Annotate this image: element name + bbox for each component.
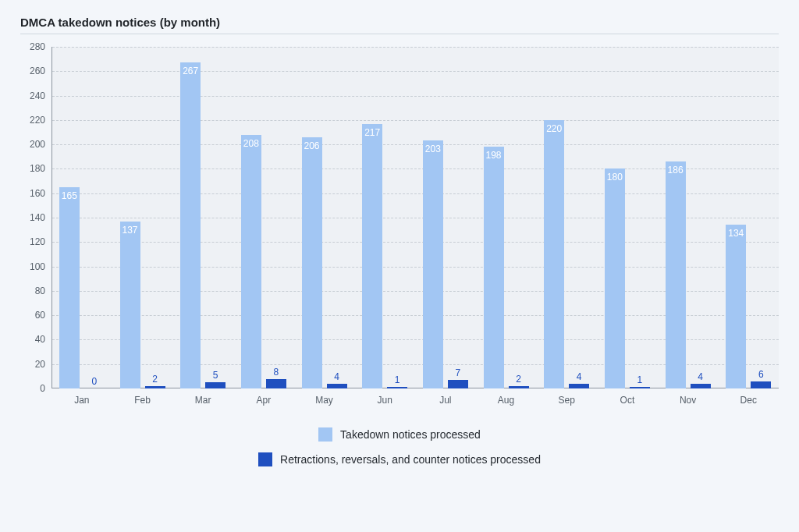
y-tick-label: 260 <box>22 66 45 76</box>
bar-group: 2204 <box>536 120 597 388</box>
bar-value-label: 267 <box>183 66 198 76</box>
legend-label: Retractions, reversals, and counter noti… <box>280 453 541 466</box>
y-tick-label: 240 <box>22 90 45 101</box>
bar-value-label: 6 <box>758 369 764 380</box>
y-tick-label: 100 <box>22 261 45 272</box>
bar-takedown: 198 <box>484 147 504 388</box>
bar-value-label: 137 <box>122 225 137 236</box>
bar-group: 1801 <box>597 168 658 388</box>
bars-row: 1650137226752088206421712037198222041801… <box>51 47 779 388</box>
bar-retractions: 4 <box>569 384 589 388</box>
y-tick-label: 220 <box>22 115 45 126</box>
bar-value-label: 1 <box>395 374 400 385</box>
bar-value-label: 203 <box>425 144 441 154</box>
title-rule <box>20 34 779 34</box>
chart-title: DMCA takedown notices (by month) <box>20 16 779 34</box>
x-tick-label: Jun <box>354 392 415 409</box>
legend-label: Takedown notices processed <box>340 428 481 441</box>
y-tick-label: 80 <box>22 286 45 296</box>
bar-value-label: 4 <box>334 371 339 382</box>
bar-takedown: 203 <box>423 140 443 388</box>
bar-group: 2064 <box>294 137 355 388</box>
bar-value-label: 180 <box>607 172 623 183</box>
x-tick-label: Jan <box>51 392 112 409</box>
bar-group: 1982 <box>476 147 537 388</box>
bar-group: 2675 <box>172 62 233 388</box>
bar-takedown: 186 <box>666 161 686 388</box>
x-tick-label: Dec <box>718 392 779 409</box>
bar-takedown: 134 <box>726 225 746 388</box>
bar-value-label: 2 <box>516 374 521 385</box>
bar-value-label: 206 <box>304 140 320 151</box>
bar-takedown: 206 <box>302 137 322 388</box>
y-tick-label: 40 <box>22 334 45 345</box>
bar-retractions: 5 <box>205 382 225 388</box>
bar-group: 1864 <box>658 161 719 388</box>
bar-value-label: 198 <box>486 150 502 161</box>
bar-value-label: 5 <box>213 370 218 381</box>
y-tick-label: 0 <box>22 383 45 394</box>
x-tick-label: Oct <box>597 392 658 409</box>
x-tick-label: Nov <box>658 392 719 409</box>
bar-value-label: 217 <box>364 127 380 138</box>
bar-retractions: 2 <box>509 386 529 388</box>
bar-value-label: 134 <box>728 228 744 239</box>
bar-retractions: 4 <box>691 384 711 388</box>
y-tick-label: 280 <box>22 41 45 52</box>
bar-group: 2037 <box>415 140 476 388</box>
bar-takedown: 267 <box>180 62 201 388</box>
legend-item-takedown: Takedown notices processed <box>318 427 481 442</box>
bar-retractions: 1 <box>630 387 650 388</box>
plot-wrap: 020406080100120140160180200220240260280 … <box>20 42 779 409</box>
bar-retractions: 7 <box>448 380 468 388</box>
x-axis-labels: JanFebMarAprMayJunJulAugSepOctNovDec <box>51 392 779 409</box>
y-tick-label: 180 <box>22 163 45 174</box>
legend: Takedown notices processed Retractions, … <box>20 427 779 466</box>
legend-swatch-icon <box>258 452 272 466</box>
bar-group: 1346 <box>718 225 779 388</box>
bar-takedown: 220 <box>544 120 564 388</box>
y-tick-label: 60 <box>22 310 45 321</box>
bar-group: 2088 <box>233 135 294 388</box>
bar-group: 1372 <box>112 222 173 388</box>
bar-takedown: 180 <box>605 168 625 388</box>
bar-retractions: 1 <box>387 387 407 388</box>
x-tick-label: Jul <box>415 392 476 409</box>
bar-value-label: 8 <box>274 367 279 378</box>
bar-retractions: 8 <box>266 379 286 389</box>
bar-takedown: 137 <box>120 222 140 388</box>
bar-value-label: 4 <box>698 371 703 382</box>
bar-value-label: 208 <box>243 138 259 149</box>
bar-retractions: 4 <box>327 384 347 388</box>
bar-value-label: 165 <box>62 190 77 201</box>
x-tick-label: Sep <box>536 392 597 409</box>
x-tick-label: Mar <box>172 392 233 409</box>
y-tick-label: 120 <box>22 236 45 247</box>
y-tick-label: 160 <box>22 188 45 199</box>
legend-swatch-icon <box>318 427 332 442</box>
y-tick-label: 140 <box>22 212 45 223</box>
bar-takedown: 208 <box>241 135 261 388</box>
chart-card: DMCA takedown notices (by month) 0204060… <box>20 16 779 466</box>
bar-value-label: 1 <box>637 374 643 385</box>
x-tick-label: Aug <box>476 392 537 409</box>
bar-value-label: 2 <box>152 374 158 385</box>
bar-value-label: 220 <box>546 123 562 134</box>
bar-value-label: 4 <box>577 371 582 382</box>
y-tick-label: 20 <box>22 359 45 370</box>
bar-takedown: 217 <box>362 124 382 388</box>
x-tick-label: May <box>294 392 355 409</box>
bar-value-label: 0 <box>91 376 97 387</box>
legend-item-retractions: Retractions, reversals, and counter noti… <box>258 452 541 466</box>
x-tick-label: Feb <box>112 392 173 409</box>
bar-value-label: 7 <box>456 367 461 378</box>
x-tick-label: Apr <box>233 392 294 409</box>
bar-group: 1650 <box>51 187 112 388</box>
bar-retractions: 6 <box>751 381 771 388</box>
bar-takedown: 165 <box>59 187 80 388</box>
y-tick-label: 200 <box>22 139 45 150</box>
bar-group: 2171 <box>354 124 415 388</box>
bar-retractions: 2 <box>145 386 165 388</box>
bar-value-label: 186 <box>668 165 684 176</box>
